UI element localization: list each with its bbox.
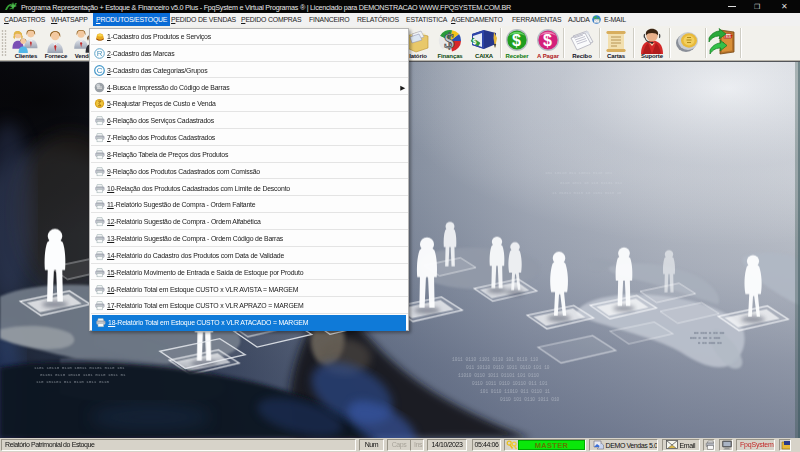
svg-text:1011 0110 1101 0110 101 0110 1: 1011 0110 1101 0110 101 0110 110 bbox=[452, 357, 539, 362]
svg-text:EXIT: EXIT bbox=[725, 35, 734, 39]
svg-text:110 101101 011 0110 1011 0110: 110 101101 011 0110 1011 0110 bbox=[36, 380, 109, 384]
svg-text:$: $ bbox=[512, 32, 521, 49]
svg-text:$: $ bbox=[473, 38, 477, 46]
svg-text:$: $ bbox=[444, 29, 455, 53]
svg-text:011 10110 0110 1011 0110 101 1: 011 10110 0110 1011 0110 101 10 bbox=[466, 365, 550, 370]
svg-text:1101 10110 0110 10011 01101 01: 1101 10110 0110 10011 01101 0110 101 bbox=[34, 366, 125, 370]
svg-text:101 0110 11010 011 0110 11: 101 0110 11010 011 0110 11 bbox=[480, 389, 550, 394]
svg-text:0110 1011 10 110 01101 011: 0110 1011 10 110 01101 011 bbox=[560, 181, 623, 185]
svg-text:0110 1011 0110 10110 011 101: 0110 1011 0110 10110 011 101 bbox=[472, 381, 548, 386]
svg-text:01101 0110 10110 1101 0110 101: 01101 0110 10110 1101 0110 1011 01 bbox=[40, 373, 126, 377]
svg-text:$: $ bbox=[543, 32, 552, 49]
svg-text:11010 0110 1011 01101 101 0110: 11010 0110 1011 01101 101 0110 bbox=[458, 373, 539, 378]
svg-text:11 01011 0110 10 1101 0110 10: 11 01011 0110 10 1101 0110 10 bbox=[552, 191, 622, 195]
svg-text:101 10110 011 10011 0110 101: 101 10110 011 10011 0110 101 bbox=[545, 171, 613, 175]
svg-text:0110 101 0110 1011 010: 0110 101 0110 1011 010 bbox=[500, 397, 560, 402]
